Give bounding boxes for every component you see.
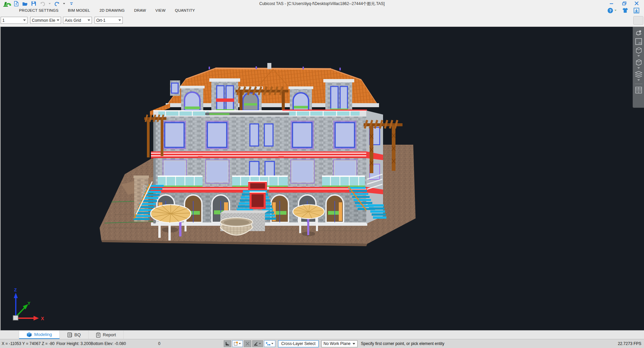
angle-snap-button[interactable]	[252, 340, 263, 347]
bq-document-icon	[67, 332, 72, 338]
close-icon	[635, 1, 639, 5]
menu-bim-model[interactable]: BIM MODEL	[67, 8, 91, 13]
cube-outline-icon	[635, 59, 642, 66]
view-3d-button[interactable]	[634, 46, 643, 54]
svg-text:X: X	[41, 316, 44, 321]
title-bar: Cubicost TAS - [C:\Users\liyq-f\Desktop\…	[0, 0, 644, 7]
toolbar-overflow-button[interactable]	[633, 16, 643, 25]
bottom-elevation-readout: Bottom Elev: -0.080	[91, 341, 126, 346]
minimize-button[interactable]	[607, 1, 616, 6]
tab-bq[interactable]: BQ	[60, 331, 89, 339]
chevron-down-icon[interactable]	[637, 79, 640, 81]
help-button[interactable]: ?	[607, 8, 617, 13]
viewport-canvas[interactable]: 15(3300)3000	[1, 27, 644, 330]
menu-project-settings[interactable]: PROJECT SETTINGS	[18, 8, 59, 13]
menu-2d-drawing[interactable]: 2D DRAWING	[99, 8, 125, 13]
cross-layer-select-button[interactable]: Cross-Layer Select	[278, 340, 318, 347]
new-document-icon	[14, 1, 19, 6]
tab-spacer	[0, 331, 19, 339]
orbit-button[interactable]	[634, 29, 643, 37]
work-plane-select[interactable]: No Work Plane	[321, 340, 358, 347]
quick-access-toolbar	[13, 1, 74, 6]
viewport-3d[interactable]: 15(3300)3000	[0, 27, 644, 330]
table-view-button[interactable]	[634, 86, 643, 94]
customize-toolbar-button[interactable]	[68, 1, 74, 6]
command-prompt: Specify first corner point, or pick elem…	[361, 341, 444, 346]
floor-select[interactable]: 1	[1, 17, 28, 24]
menu-quantity[interactable]: QUANTITY	[174, 8, 196, 13]
snap-icon	[233, 341, 238, 346]
redo-button[interactable]	[54, 1, 60, 6]
drawing-tool-toggles	[224, 340, 275, 347]
restore-icon	[622, 1, 627, 5]
undo-button[interactable]	[40, 1, 45, 6]
angle-icon	[254, 341, 258, 346]
close-button[interactable]	[632, 1, 641, 6]
view-cube-button[interactable]	[634, 58, 643, 66]
ortho-toggle-button[interactable]	[224, 340, 231, 347]
ortho-icon	[225, 341, 230, 346]
coordinate-input-icon	[265, 341, 271, 346]
tab-label: Modeling	[34, 332, 52, 337]
snap-settings-button[interactable]	[232, 340, 243, 347]
minimize-icon	[609, 1, 613, 5]
coordinate-input-button[interactable]	[264, 340, 275, 347]
svg-text:?: ?	[609, 8, 611, 12]
third-floor-wall[interactable]	[153, 117, 366, 151]
new-document-button[interactable]	[13, 1, 19, 6]
fps-readout: 22.7273 FPS	[618, 341, 641, 346]
svg-text:Y: Y	[28, 301, 31, 306]
help-icon: ?	[607, 8, 613, 13]
view-tools-panel: 2D	[633, 27, 644, 108]
selection-toolbar: 1 Common Eler Axis Grid Ort-1	[0, 14, 644, 27]
tab-label: Report	[103, 332, 116, 337]
overflow-icon	[70, 2, 73, 6]
upper-terrace-parapet[interactable]	[153, 110, 367, 117]
chevron-down-icon[interactable]	[637, 55, 640, 57]
layers-icon	[635, 71, 642, 78]
redo-icon	[54, 1, 60, 6]
chevron-down-icon	[88, 19, 90, 21]
divider	[635, 84, 642, 84]
report-clipboard-icon	[96, 332, 101, 338]
open-folder-icon	[22, 1, 28, 6]
download-update-button[interactable]	[634, 8, 639, 13]
redo-dropdown-button[interactable]	[63, 2, 65, 5]
svg-text:2D: 2D	[638, 42, 642, 45]
undo-dropdown-button[interactable]	[48, 2, 51, 5]
intersect-toggle-button[interactable]	[244, 340, 251, 347]
modeling-cube-icon	[26, 332, 32, 337]
view-preset-select[interactable]: Ort-1	[95, 17, 123, 24]
window-title: Cubicost TAS - [C:\Users\liyq-f\Desktop\…	[0, 1, 644, 7]
menu-draw[interactable]: DRAW	[133, 8, 147, 13]
chevron-down-icon	[23, 19, 26, 21]
chevron-down-icon	[48, 3, 51, 5]
grid-select[interactable]: Axis Grid	[63, 17, 92, 24]
tab-report[interactable]: Report	[89, 331, 124, 339]
view-2d-button[interactable]: 2D	[634, 38, 643, 46]
tab-modeling[interactable]: Modeling	[19, 331, 60, 339]
cube-3d-icon	[635, 47, 642, 54]
selection-count: 0	[158, 341, 161, 346]
cursor-coordinates: X = -11053 Y = 74067 Z = -80	[2, 341, 56, 346]
chevron-down-icon	[239, 343, 241, 344]
chevron-down-icon	[614, 9, 617, 11]
element-type-select[interactable]: Common Eler	[30, 17, 61, 24]
chevron-down-icon	[57, 19, 59, 21]
open-button[interactable]	[22, 1, 28, 6]
menu-right-icons: ?	[607, 7, 639, 14]
view-2d-icon: 2D	[635, 38, 642, 45]
table-icon	[635, 86, 642, 94]
intersect-icon	[245, 341, 250, 346]
theme-skin-button[interactable]	[622, 8, 628, 13]
menu-items: PROJECT SETTINGS BIM MODEL 2D DRAWING DR…	[18, 7, 196, 14]
chevron-down-icon[interactable]	[637, 67, 640, 69]
workspace-tab-bar: Modeling BQ Report	[0, 330, 644, 339]
restore-button[interactable]	[620, 1, 629, 6]
floor-height-readout: Floor Height: 3.200	[56, 341, 91, 346]
undo-icon	[40, 1, 45, 6]
save-button[interactable]	[31, 1, 37, 6]
menu-view[interactable]: VIEW	[155, 8, 166, 13]
layers-button[interactable]	[634, 70, 643, 78]
chevron-down-icon	[63, 3, 65, 5]
